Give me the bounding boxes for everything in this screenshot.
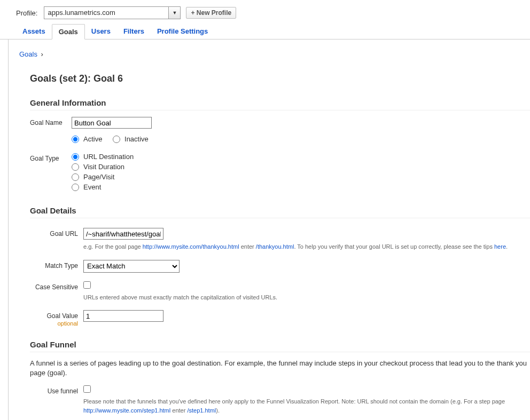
profile-select-value: apps.lunametrics.com	[44, 7, 168, 19]
radio-event[interactable]	[72, 184, 79, 191]
gtype-event-label: Event	[83, 183, 101, 191]
funnel-example-link[interactable]: http://www.mysite.com/step1.html	[83, 407, 170, 414]
section-general-title: General Information	[30, 98, 530, 110]
new-profile-button[interactable]: + New Profile	[186, 7, 236, 19]
match-type-label: Match Type	[30, 260, 83, 270]
gtype-visit-label: Visit Duration	[83, 163, 124, 171]
funnel-description: A funnel is a series of pages leading up…	[30, 359, 530, 378]
profile-label: Profile:	[16, 9, 37, 17]
status-inactive-label: Inactive	[124, 135, 149, 143]
tab-filters[interactable]: Filters	[117, 24, 151, 39]
page-title: Goals (set 2): Goal 6	[30, 73, 530, 84]
case-sensitive-help: URLs entered above must exactly match th…	[83, 293, 530, 302]
tab-assets[interactable]: Assets	[16, 24, 52, 39]
example-url-link[interactable]: http://www.mysite.com/thankyou.html	[143, 243, 239, 250]
section-details-title: Goal Details	[30, 206, 530, 218]
radio-page-visit[interactable]	[72, 173, 79, 181]
goal-url-label: Goal URL	[30, 228, 83, 237]
use-funnel-label: Use funnel	[30, 385, 83, 395]
goal-value-input[interactable]	[83, 310, 163, 322]
goal-url-input[interactable]	[83, 228, 163, 240]
case-sensitive-label: Case Sensitive	[30, 281, 83, 291]
gtype-page-label: Page/Visit	[83, 173, 114, 181]
radio-active[interactable]	[72, 136, 79, 143]
radio-visit-duration[interactable]	[72, 163, 79, 171]
goal-type-label: Goal Type	[30, 153, 72, 162]
goal-name-input[interactable]	[72, 117, 152, 129]
goal-type-page-option[interactable]: Page/Visit	[72, 173, 530, 181]
breadcrumb: Goals ›	[19, 50, 530, 58]
status-inactive-option[interactable]: Inactive	[113, 135, 149, 143]
radio-url-destination[interactable]	[72, 153, 79, 161]
use-funnel-checkbox[interactable]	[83, 385, 91, 393]
radio-inactive[interactable]	[113, 136, 120, 143]
tab-goals[interactable]: Goals	[52, 24, 85, 39]
tab-users[interactable]: Users	[85, 24, 117, 39]
tab-profile-settings[interactable]: Profile Settings	[151, 24, 214, 39]
goal-type-url-option[interactable]: URL Destination	[72, 153, 530, 161]
status-active-label: Active	[83, 135, 102, 143]
breadcrumb-goals-link[interactable]: Goals	[19, 50, 37, 58]
section-funnel-title: Goal Funnel	[30, 340, 530, 352]
goal-value-label: Goal Value optional	[30, 310, 83, 327]
match-type-select[interactable]: Exact Match	[83, 260, 180, 273]
funnel-help: Please note that the funnels that you've…	[83, 397, 530, 415]
case-sensitive-checkbox[interactable]	[83, 281, 91, 289]
goal-type-event-option[interactable]: Event	[72, 183, 530, 191]
goal-name-label: Goal Name	[30, 117, 72, 126]
here-link[interactable]: here	[494, 243, 506, 250]
status-active-option[interactable]: Active	[72, 135, 102, 143]
chevron-down-icon: ▼	[168, 7, 180, 19]
goal-url-help: e.g. For the goal page http://www.mysite…	[83, 242, 530, 251]
tab-bar: Assets Goals Users Filters Profile Setti…	[0, 23, 530, 39]
optional-tag: optional	[57, 320, 78, 327]
profile-select[interactable]: apps.lunametrics.com ▼	[44, 6, 181, 19]
gtype-url-label: URL Destination	[83, 153, 134, 161]
goal-type-visit-option[interactable]: Visit Duration	[72, 163, 530, 171]
